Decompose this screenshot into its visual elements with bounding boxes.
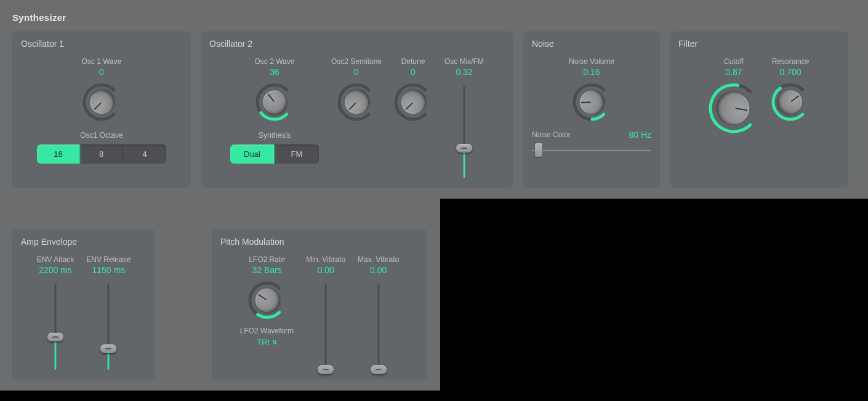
noise-color-value: 80 Hz: [629, 130, 651, 140]
cutoff-value: 0.87: [725, 67, 742, 77]
lfo2-rate-value: 32 Bars: [252, 265, 281, 275]
min-vibrato-label: Min. Vibrato: [306, 255, 345, 264]
osc2-wave-label: Osc 2 Wave: [255, 57, 295, 66]
osc1-octave-label: Osc1 Octave: [80, 131, 123, 140]
env-attack-label: ENV Attack: [37, 255, 74, 264]
env-attack-value: 2200 ms: [39, 265, 72, 275]
envelope-panel: Amp Envelope ENV Attack 2200 ms ENV Rele…: [0, 199, 440, 391]
osc1-octave-16-button[interactable]: 16: [37, 145, 80, 164]
env-attack-slider[interactable]: [47, 284, 64, 370]
synthesis-label: Synthesis: [259, 131, 291, 140]
lfo2-rate-knob[interactable]: [248, 281, 286, 319]
noise-volume-knob[interactable]: [573, 83, 611, 121]
section-title: Oscillator 2: [209, 39, 505, 49]
resonance-label: Resonance: [772, 57, 810, 66]
oscillator-1-section: Oscillator 1 Osc 1 Wave 0 Osc1 Octave 16…: [12, 31, 191, 188]
osc1-wave-value: 0: [99, 67, 104, 77]
osc2-wave-knob[interactable]: [255, 83, 294, 121]
amp-envelope-section: Amp Envelope ENV Attack 2200 ms ENV Rele…: [12, 229, 155, 379]
filter-section: Filter Cutoff 0.87 Resonance 0.700: [670, 31, 848, 188]
osc1-wave-knob[interactable]: [82, 83, 121, 121]
section-title: Amp Envelope: [21, 237, 147, 247]
osc1-wave-label: Osc 1 Wave: [82, 57, 122, 66]
max-vibrato-slider[interactable]: [370, 284, 387, 370]
cutoff-knob[interactable]: [709, 83, 759, 133]
osc-mix-slider[interactable]: [456, 85, 473, 178]
min-vibrato-slider[interactable]: [317, 284, 334, 370]
osc1-octave-8-button[interactable]: 8: [80, 145, 123, 164]
chevron-updown-icon: ⇅: [272, 339, 277, 346]
lfo2-rate-label: LFO2 Rate: [249, 255, 285, 264]
synthesizer-panel: Synthesizer Oscillator 1 Osc 1 Wave 0 Os…: [0, 0, 868, 199]
detune-label: Detune: [401, 57, 425, 66]
osc1-octave-4-button[interactable]: 4: [123, 145, 166, 164]
oscillator-2-section: Oscillator 2 Osc 2 Wave 36 Synthesis Dua…: [201, 31, 513, 188]
osc1-octave-segmented: 16 8 4: [37, 145, 166, 164]
noise-volume-value: 0.16: [583, 67, 600, 77]
detune-value: 0: [411, 67, 416, 77]
page-title: Synthesizer: [12, 12, 856, 23]
synthesis-fm-button[interactable]: FM: [275, 145, 319, 164]
section-title: Noise: [532, 39, 651, 49]
noise-volume-label: Noise Volume: [569, 57, 614, 66]
min-vibrato-value: 0.00: [318, 265, 334, 275]
osc-mix-label: Osc Mix/FM: [444, 57, 484, 66]
lfo2-waveform-dropdown[interactable]: TRI ⇅: [257, 338, 277, 347]
max-vibrato-value: 0.00: [370, 265, 387, 275]
noise-section: Noise Noise Volume 0.16 Noise Color 80 H…: [523, 31, 660, 188]
env-release-value: 1150 ms: [92, 265, 126, 275]
osc2-semitone-value: 0: [354, 67, 359, 77]
lfo2-waveform-value: TRI: [257, 338, 270, 347]
section-title: Filter: [678, 39, 840, 49]
detune-knob[interactable]: [394, 83, 432, 121]
noise-color-label: Noise Color: [532, 130, 571, 139]
osc2-semitone-knob[interactable]: [337, 83, 376, 121]
resonance-value: 0.700: [779, 67, 801, 77]
osc2-semitone-label: Osc2 Semitone: [331, 57, 382, 66]
section-title: Pitch Modulation: [220, 237, 419, 247]
section-title: Oscillator 1: [21, 39, 182, 49]
max-vibrato-label: Max. Vibrato: [358, 255, 399, 264]
pitch-modulation-section: Pitch Modulation LFO2 Rate 32 Bars LFO2 …: [212, 229, 427, 379]
env-release-slider[interactable]: [100, 284, 117, 370]
osc2-wave-value: 36: [270, 67, 279, 77]
synthesis-dual-button[interactable]: Dual: [230, 145, 275, 164]
lfo2-waveform-label: LFO2 Waveform: [240, 327, 294, 335]
noise-color-slider[interactable]: [532, 143, 651, 157]
env-release-label: ENV Release: [86, 255, 131, 264]
osc-mix-value: 0.32: [456, 67, 472, 77]
resonance-knob[interactable]: [771, 83, 810, 121]
synthesis-segmented: Dual FM: [230, 145, 319, 164]
cutoff-label: Cutoff: [724, 57, 744, 66]
